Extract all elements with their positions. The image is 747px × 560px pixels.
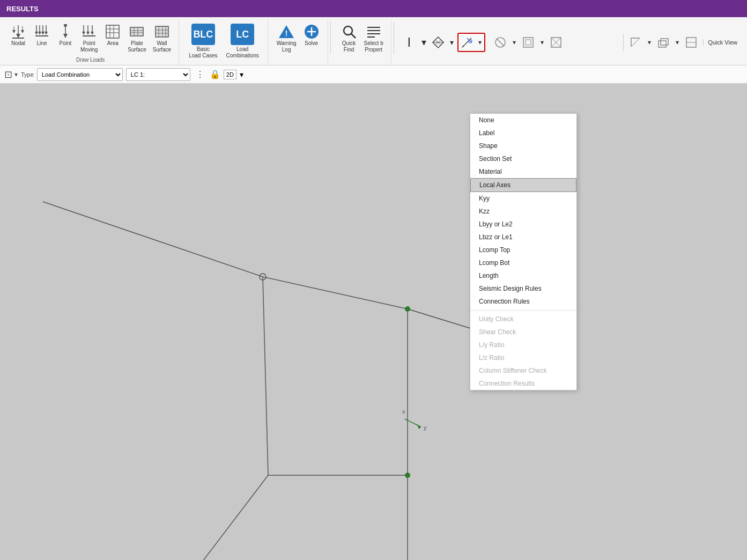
line-icon xyxy=(33,23,50,40)
svg-marker-17 xyxy=(63,34,68,38)
hatch-tool-drop[interactable]: ▾ xyxy=(448,34,456,51)
svg-line-68 xyxy=(631,38,640,47)
dropdown-item-lcomp-bot[interactable]: Lcomp Bot xyxy=(470,256,576,269)
extra-tool1-drop[interactable]: ▾ xyxy=(645,34,654,51)
svg-point-82 xyxy=(405,306,410,312)
dropdown-item-ly-ratio: L/y Ratio xyxy=(470,338,576,351)
point-label: Point xyxy=(60,40,72,47)
dropdown-item-label[interactable]: Label xyxy=(470,127,576,139)
plate-surface-label: PlateSurface xyxy=(128,40,146,53)
select-by-property-btn[interactable]: Select bPropert xyxy=(362,21,386,55)
solve-label: Solve xyxy=(305,40,318,47)
hatch-tool-btn[interactable] xyxy=(430,34,447,51)
plate-surface-btn[interactable]: PlateSurface xyxy=(125,21,148,55)
area-btn[interactable]: Area xyxy=(102,21,123,48)
tool3-btn[interactable] xyxy=(520,34,537,51)
wall-surface-icon xyxy=(153,23,171,40)
view-dropdown[interactable]: ▾ xyxy=(240,70,243,79)
dropdown-item-kyy[interactable]: Kyy xyxy=(470,192,576,205)
svg-line-62 xyxy=(497,39,504,46)
svg-point-47 xyxy=(344,26,352,35)
svg-rect-64 xyxy=(526,40,531,45)
type-label: Type xyxy=(21,71,34,78)
dropdown-item-none[interactable]: None xyxy=(470,114,576,127)
dropdown-item-shape[interactable]: Shape xyxy=(470,139,576,152)
dropdown-item-seismic-design-rules[interactable]: Seismic Design Rules xyxy=(470,282,576,295)
svg-text:x: x xyxy=(402,408,405,415)
dropdown-item-lbyy-le2[interactable]: Lbyy or Le2 xyxy=(470,218,576,231)
svg-marker-8 xyxy=(35,32,38,35)
dropdown-item-section-set[interactable]: Section Set xyxy=(470,152,576,165)
dropdown-item-connection-rules[interactable]: Connection Rules xyxy=(470,295,576,308)
ribbon: Nodal xyxy=(0,17,747,65)
solve-items: ! WarningLog Solve xyxy=(272,19,324,65)
point-moving-icon xyxy=(80,23,98,40)
dropdown-item-lbzz-le1[interactable]: Lbzz or Le1 xyxy=(470,231,576,244)
svg-line-48 xyxy=(351,34,356,38)
warning-log-btn[interactable]: ! WarningLog xyxy=(275,21,299,55)
dropdown-item-lcomp-top[interactable]: Lcomp Top xyxy=(470,244,576,256)
content-area: x y None Label Shape Section Set Materia… xyxy=(0,84,747,560)
extra-tools: ▾ ▾ xyxy=(623,34,700,51)
svg-line-74 xyxy=(263,277,408,309)
ribbon-group-find: QuickFind Select bPropert xyxy=(333,19,391,65)
point-moving-btn[interactable]: PointMoving xyxy=(78,21,100,55)
solve-btn[interactable]: Solve xyxy=(301,21,322,48)
text-tool-btn[interactable]: I xyxy=(400,33,419,52)
solve-icon xyxy=(303,23,320,40)
tool4-btn[interactable] xyxy=(548,34,565,51)
dropdown-sep1 xyxy=(470,310,576,311)
svg-rect-69 xyxy=(659,41,666,47)
svg-text:!: ! xyxy=(285,29,288,38)
svg-marker-10 xyxy=(38,32,41,35)
view-2d-btn[interactable]: 2D xyxy=(224,70,236,79)
point-btn[interactable]: Point xyxy=(55,21,76,48)
dropdown-item-column-stiffener-check: Column Stiffener Check xyxy=(470,364,576,377)
quick-find-btn[interactable]: QuickFind xyxy=(338,21,360,55)
svg-text:y: y xyxy=(424,424,427,431)
svg-line-79 xyxy=(182,475,268,560)
separator-1 xyxy=(330,21,331,54)
find-items: QuickFind Select bPropert xyxy=(336,19,388,65)
pen-ruler-drop[interactable]: ▾ xyxy=(476,34,484,51)
more-options-icon[interactable]: ⋮ xyxy=(194,69,206,79)
basic-load-cases-btn[interactable]: BLC BasicLoad Cases xyxy=(186,21,220,61)
wall-surface-btn[interactable]: WallSurface xyxy=(151,21,173,55)
load-combinations-btn[interactable]: LC LoadCombinations xyxy=(223,21,262,61)
warning-log-icon: ! xyxy=(278,23,295,40)
text-tool-drop[interactable]: ▾ xyxy=(420,33,428,52)
extra-tool2[interactable] xyxy=(655,34,672,51)
lc-select[interactable]: LC 1: xyxy=(126,68,190,81)
svg-marker-3 xyxy=(12,30,16,33)
tool3-drop[interactable]: ▾ xyxy=(538,34,546,51)
dropdown-item-kzz[interactable]: Kzz xyxy=(470,205,576,218)
svg-marker-22 xyxy=(86,32,90,35)
load-items: BLC BasicLoad Cases LC LoadCombinations xyxy=(183,19,264,70)
extra-tool1[interactable] xyxy=(627,34,644,51)
svg-marker-14 xyxy=(45,32,48,35)
svg-marker-12 xyxy=(41,32,45,35)
lc-label: LoadCombinations xyxy=(226,46,259,59)
line-btn[interactable]: Line xyxy=(31,21,53,48)
right-tools: I ▾ ▾ xyxy=(396,19,745,65)
extra-tool3[interactable] xyxy=(683,34,700,51)
select-property-label: Select bPropert xyxy=(364,40,383,53)
blc-icon: BLC xyxy=(191,24,215,45)
tool2-drop[interactable]: ▾ xyxy=(510,34,519,51)
point-moving-label: PointMoving xyxy=(80,40,98,53)
extra-tool2-drop[interactable]: ▾ xyxy=(673,34,682,51)
nodal-btn[interactable]: Nodal xyxy=(8,21,29,48)
title-text: RESULTS xyxy=(6,5,39,13)
ribbon-group-solve: ! WarningLog Solve xyxy=(269,19,328,65)
dropdown-item-unity-check: Unity Check xyxy=(470,313,576,326)
dropdown-item-material[interactable]: Material xyxy=(470,165,576,178)
dropdown-item-length[interactable]: Length xyxy=(470,269,576,282)
svg-rect-36 xyxy=(156,26,168,37)
type-select[interactable]: Load Combination xyxy=(37,68,123,81)
dropdown-arrow2[interactable]: ▾ xyxy=(14,71,18,78)
pen-ruler-btn[interactable] xyxy=(458,34,476,51)
dropdown-item-local-axes[interactable]: Local Axes xyxy=(470,178,576,192)
dropdown-item-connection-results: Connection Results xyxy=(470,377,576,390)
wall-surface-label: WallSurface xyxy=(153,40,171,53)
tool2-btn[interactable] xyxy=(492,34,509,51)
